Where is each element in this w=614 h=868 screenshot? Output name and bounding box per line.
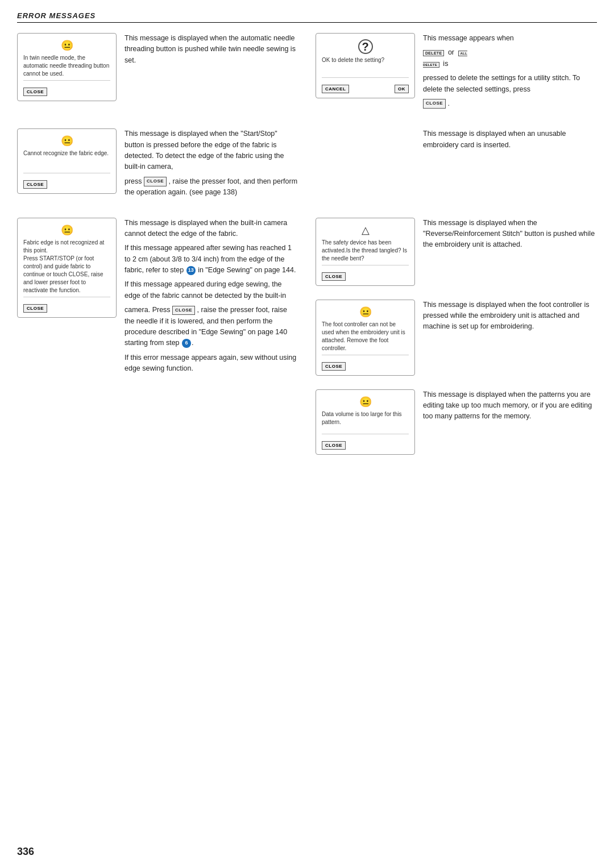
separator [23, 80, 110, 81]
step-13: 13 [186, 266, 196, 275]
face-icon: 😐 [61, 39, 73, 52]
screen-text-foot: The foot controller can not be used when… [322, 321, 409, 352]
close-inline-btn-3[interactable]: CLOSE [172, 306, 195, 315]
warning-icon: △ [362, 224, 370, 236]
desc-data-volume: This message is displayed when the patte… [423, 389, 597, 422]
screen-text-delete-setting: OK to delete the setting? [322, 56, 409, 75]
desc-fabric-edge: This message is displayed when the "Star… [125, 128, 298, 201]
separator [322, 355, 409, 355]
delete-btn-label[interactable]: DELETE [423, 50, 444, 56]
is-text: is [443, 60, 448, 68]
section-title: ERROR MESSAGES [17, 11, 96, 20]
screen-buttons-delete: CANCEL OK [322, 85, 409, 93]
face-icon-4: 😐 [359, 306, 372, 318]
entry-foot-controller: 😐 The foot controller can not be used wh… [316, 300, 597, 376]
face-icon-5: 😐 [359, 396, 372, 408]
face-icon-2: 😐 [61, 135, 73, 147]
face-icon-3: 😐 [61, 224, 73, 236]
desc-safety-device: This message is displayed when the "Reve… [423, 218, 597, 251]
desc-unusable-embroidery: This message is displayed when an unusab… [423, 128, 597, 151]
entry-unusable-embroidery: This message is displayed when an unusab… [316, 128, 597, 201]
screen-buttons: CLOSE [23, 88, 110, 96]
cancel-button[interactable]: CANCEL [322, 85, 349, 93]
screen-buttons-fabric: CLOSE [23, 180, 110, 189]
entry-fabric-edge: 😐 Cannot recognize the fabric edge. CLOS… [17, 128, 298, 201]
screen-safety-device: △ The safety device has been activated.I… [316, 218, 415, 286]
screen-text-fabric-edge-not: Fabric edge is not recognized at this po… [23, 239, 110, 294]
page-header: ERROR MESSAGES [17, 11, 597, 23]
screen-text-safety: The safety device has been activated.Is … [322, 239, 409, 263]
screen-text-twin-needle: In twin needle mode, the automatic needl… [23, 54, 110, 78]
desc-twin-needle: This message is displayed when the autom… [125, 33, 298, 66]
entry-data-volume: 😐 Data volume is too large for this patt… [316, 389, 597, 455]
desc-foot-controller: This message is displayed when the foot … [423, 300, 597, 333]
screen-text-data: Data volume is too large for this patter… [322, 410, 409, 431]
close-button-data[interactable]: CLOSE [322, 441, 346, 450]
right-col: △ The safety device has been activated.I… [316, 218, 597, 455]
screen-fabric-edge-not-recognized: 😐 Fabric edge is not recognized at this … [17, 218, 117, 318]
separator [23, 297, 110, 297]
close-button-foot[interactable]: CLOSE [322, 362, 346, 371]
close-inline-btn-2[interactable]: CLOSE [144, 177, 167, 186]
entry-fabric-edge-not-recognized: 😐 Fabric edge is not recognized at this … [17, 218, 298, 455]
question-icon: ? [358, 39, 373, 54]
separator [322, 434, 409, 434]
close-inline-btn[interactable]: CLOSE [423, 99, 446, 108]
screen-delete-setting: ? OK to delete the setting? CANCEL OK [316, 33, 415, 98]
screen-buttons-foot: CLOSE [322, 362, 409, 371]
close-button-twin-needle[interactable]: CLOSE [23, 88, 47, 96]
desc-fabric-edge-not: This message is displayed when the built… [125, 218, 298, 378]
screen-buttons-safety: CLOSE [322, 272, 409, 281]
screen-text-fabric-edge: Cannot recognize the fabric edge. [23, 149, 110, 171]
close-button-fabric-not[interactable]: CLOSE [23, 304, 47, 313]
entry-delete-setting: ? OK to delete the setting? CANCEL OK Th… [316, 33, 597, 113]
separator [322, 77, 409, 78]
separator [23, 173, 110, 173]
screen-foot-controller: 😐 The foot controller can not be used wh… [316, 300, 415, 376]
close-button-safety[interactable]: CLOSE [322, 272, 346, 281]
desc-delete-setting: This message appears when DELETE or ALLD… [423, 33, 597, 113]
ok-button[interactable]: OK [395, 85, 409, 93]
page-number: 336 [17, 846, 34, 858]
entry-twin-needle: 😐 In twin needle mode, the automatic nee… [17, 33, 298, 113]
screen-fabric-edge: 😐 Cannot recognize the fabric edge. CLOS… [17, 128, 117, 194]
close-button-fabric-edge[interactable]: CLOSE [23, 180, 47, 189]
screen-buttons-data: CLOSE [322, 441, 409, 450]
step-6: 6 [182, 339, 191, 348]
screen-twin-needle: 😐 In twin needle mode, the automatic nee… [17, 33, 117, 101]
screen-buttons-fabric2: CLOSE [23, 304, 110, 313]
or-text: or [448, 48, 454, 56]
screen-data-volume: 😐 Data volume is too large for this patt… [316, 389, 415, 455]
separator [322, 265, 409, 265]
entry-safety-device: △ The safety device has been activated.I… [316, 218, 597, 286]
page: ERROR MESSAGES 😐 In twin needle mode, th… [0, 0, 614, 868]
